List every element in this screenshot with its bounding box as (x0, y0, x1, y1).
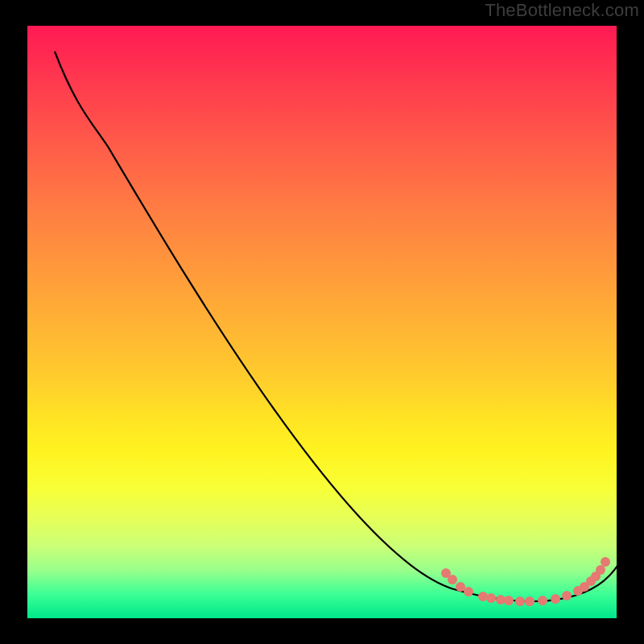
bottleneck-curve (55, 52, 644, 601)
trough-dot (504, 596, 514, 605)
trough-dot (515, 597, 525, 606)
chart-svg (27, 26, 617, 618)
trough-dot (562, 591, 572, 601)
trough-dot (478, 592, 488, 601)
trough-dot (596, 565, 605, 575)
watermark-text: TheBottleneck.com (485, 0, 639, 21)
trough-dot (456, 582, 465, 592)
trough-dots (441, 557, 610, 606)
trough-dot (551, 594, 560, 604)
trough-dot (448, 575, 457, 584)
trough-dot (486, 593, 496, 603)
chart-plot-area (27, 26, 617, 618)
trough-dot (464, 587, 473, 597)
trough-dot (525, 597, 535, 606)
trough-dot (538, 596, 547, 605)
trough-dot (601, 557, 610, 567)
